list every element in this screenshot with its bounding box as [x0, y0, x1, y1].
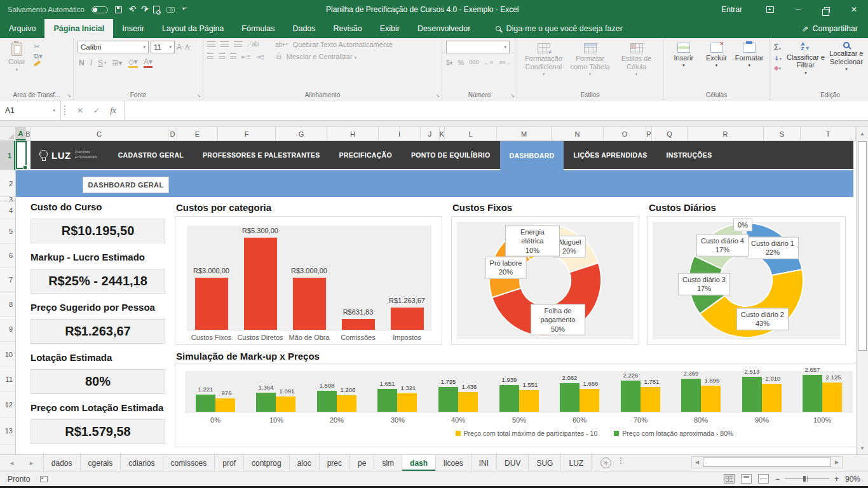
row-header-6[interactable]: 6 — [0, 244, 15, 268]
italic-button[interactable]: I — [90, 58, 92, 67]
column-header-m[interactable]: M — [497, 127, 552, 140]
comma-style-icon[interactable]: 000 — [469, 59, 478, 65]
save-icon[interactable] — [115, 6, 122, 13]
ribbon-tab-layout-da-pagina[interactable]: Layout da Página — [153, 19, 233, 38]
clipboard-dialog-launcher[interactable]: ↘ — [67, 93, 71, 98]
row-header-11[interactable]: 11 — [0, 367, 15, 392]
shrink-font-icon[interactable]: Aˇ — [185, 44, 191, 51]
decrease-indent-icon[interactable]: ⇤≡ — [241, 53, 250, 60]
sheet-tab-cgerais[interactable]: cgerais — [81, 455, 121, 471]
sheet-tab-dash[interactable]: dash — [402, 455, 436, 471]
underline-button[interactable]: S — [98, 58, 103, 67]
row-header-12[interactable]: 12 — [0, 392, 15, 417]
sheet-tab-contprog[interactable]: contprog — [244, 455, 290, 471]
borders-icon[interactable]: ⊞▾ — [112, 58, 123, 67]
camera-icon[interactable] — [166, 7, 175, 13]
sheet-tab-licoes[interactable]: licoes — [436, 455, 471, 471]
bar-chart-custos-categoria[interactable]: R$3.000,00Custos FixosR$5.300,00Custos D… — [175, 216, 442, 345]
page-layout-view-button[interactable] — [741, 474, 752, 484]
column-header-t[interactable]: T — [801, 127, 856, 140]
column-header-c[interactable]: C — [31, 127, 168, 140]
restore-button[interactable] — [812, 0, 840, 19]
kpi-value-preco-com-lotacao-estimada[interactable]: R$1.579,58 — [31, 419, 165, 444]
row-header-13[interactable]: 13 — [0, 417, 15, 445]
vertical-scrollbar[interactable]: ▲ ▼ — [856, 127, 868, 454]
sign-in-button[interactable]: Entrar — [707, 5, 756, 14]
print-preview-icon[interactable] — [153, 6, 159, 13]
column-header-b[interactable]: B — [26, 127, 31, 140]
column-header-d[interactable]: D — [168, 127, 177, 140]
sheet-tab-dados[interactable]: dados — [43, 455, 81, 471]
formula-input[interactable] — [125, 100, 868, 120]
fill-icon[interactable]: ⇓▾ — [774, 55, 782, 62]
sheet-scroll-right-icon[interactable]: ► — [29, 460, 34, 466]
horizontal-scroll-thumb[interactable] — [703, 458, 831, 467]
find-select-button[interactable]: Localizar e Selecionar▾ — [826, 41, 867, 90]
ribbon-tab-desenvolvedor[interactable]: Desenvolvedor — [409, 19, 479, 38]
macro-record-icon[interactable] — [40, 476, 48, 482]
zoom-level[interactable]: 90% — [845, 475, 860, 484]
nav-item-dashboard[interactable]: DASHBOARD — [500, 141, 564, 170]
increase-decimal-icon[interactable]: ←,0 — [484, 60, 493, 65]
sheet-tab-pe[interactable]: pe — [350, 455, 374, 471]
row-header-5[interactable]: 5 — [0, 219, 15, 244]
ribbon-tab-formulas[interactable]: Fórmulas — [233, 19, 283, 38]
sheet-tab-luz[interactable]: LUZ — [561, 455, 592, 471]
column-header-j[interactable]: J — [421, 127, 440, 140]
cancel-entry-icon[interactable]: ✕ — [77, 106, 83, 115]
kpi-value-lotacao-estimada[interactable]: 80% — [31, 369, 165, 394]
column-header-f[interactable]: F — [218, 127, 276, 140]
sheet-tab-cdiarios[interactable]: cdiarios — [121, 455, 163, 471]
nav-item-instrucoes[interactable]: INSTRUÇÕES — [657, 141, 722, 169]
donut-chart-custos-fixos[interactable]: Aluguel20%Folha de pagamento50%Pró labor… — [451, 216, 639, 345]
sheet-tab-prof[interactable]: prof — [215, 455, 244, 471]
sheet-tab-sug[interactable]: SUG — [529, 455, 561, 471]
row-header-4[interactable]: 4 — [0, 202, 15, 219]
wrap-text-button[interactable]: Quebrar Texto Automaticamente — [293, 41, 393, 48]
grow-font-icon[interactable]: Aˆ — [177, 43, 183, 51]
normal-view-button[interactable] — [724, 474, 735, 484]
kpi-value-custo-do-curso[interactable]: R$10.195,50 — [31, 219, 165, 243]
row-header-1[interactable]: 1 — [0, 141, 15, 170]
autosave-toggle[interactable] — [92, 6, 108, 13]
nav-item-professores-e-palestrantes[interactable]: PROFESSORES E PALESTRANTES — [193, 141, 329, 169]
sheet-scroll-left-icon[interactable]: ◄ — [9, 460, 15, 466]
orientation-icon[interactable]: ⟋ab — [247, 41, 259, 48]
paste-button[interactable]: Colar▾ — [4, 41, 29, 74]
alignment-dialog-launcher[interactable]: ↘ — [435, 93, 440, 98]
accounting-format-icon[interactable]: $▾ — [446, 59, 453, 66]
decrease-decimal-icon[interactable]: ,00→ — [498, 60, 510, 65]
sheet-tab-aloc[interactable]: aloc — [290, 455, 320, 471]
align-right-icon[interactable] — [230, 53, 236, 60]
font-size-select[interactable]: 11▾ — [151, 41, 175, 53]
share-button[interactable]: ⇗ Compartilhar — [802, 19, 868, 38]
bold-button[interactable]: N — [79, 58, 85, 67]
number-dialog-launcher[interactable]: ↘ — [510, 93, 515, 98]
column-header-o[interactable]: O — [604, 127, 646, 140]
format-as-table-button[interactable]: Formatar como Tabela▾ — [567, 41, 613, 90]
row-header-9[interactable]: 9 — [0, 317, 15, 342]
column-header-a[interactable]: A — [16, 127, 26, 140]
column-header-s[interactable]: S — [764, 127, 801, 140]
align-bottom-icon[interactable] — [234, 41, 242, 48]
cut-icon[interactable]: ✂ — [34, 43, 42, 50]
row-header-3[interactable]: 3 — [0, 197, 15, 202]
font-name-select[interactable]: Calibri▾ — [78, 41, 149, 53]
column-header-l[interactable]: L — [445, 127, 497, 140]
page-break-view-button[interactable] — [758, 474, 769, 484]
sheet-tab-sim[interactable]: sim — [374, 455, 402, 471]
insert-function-icon[interactable]: fx — [110, 105, 116, 116]
sheet-tab-ini[interactable]: INI — [471, 455, 497, 471]
column-header-p[interactable]: P — [646, 127, 652, 140]
format-cells-button[interactable]: Formatar▾ — [733, 41, 766, 90]
delete-cells-button[interactable]: Excluir▾ — [700, 41, 733, 90]
kpi-value-preco-sugerido-por-pessoa[interactable]: R$1.263,67 — [31, 319, 165, 344]
kpi-value-markup-lucro-estimado[interactable]: R$25% - 2441,18 — [31, 269, 165, 294]
insert-cells-button[interactable]: Inserir▾ — [667, 41, 700, 90]
name-box[interactable]: A1▾ — [0, 100, 61, 120]
percent-style-icon[interactable]: % — [458, 58, 465, 66]
sheet-canvas[interactable]: LUZ PlanilhasEmpresariais CADASTRO GERAL… — [16, 141, 856, 454]
nav-item-precificacao[interactable]: PRECIFICAÇÃO — [329, 141, 402, 169]
ribbon-tab-arquivo[interactable]: Arquivo — [0, 19, 44, 38]
column-header-q[interactable]: Q — [652, 127, 688, 140]
